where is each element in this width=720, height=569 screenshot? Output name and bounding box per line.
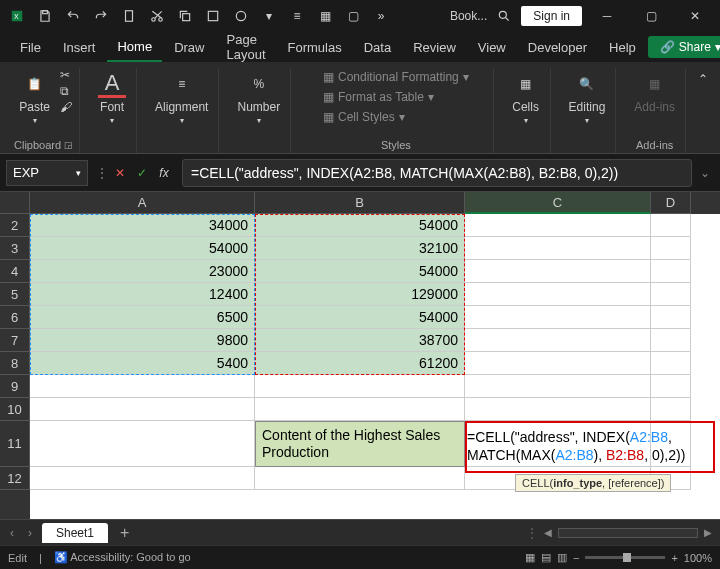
cell[interactable] [30,398,255,421]
cell[interactable] [651,352,691,375]
cell[interactable] [651,375,691,398]
view-layout-icon[interactable]: ▤ [541,551,551,564]
zoom-out-icon[interactable]: − [573,552,579,564]
cell[interactable] [651,237,691,260]
sheet-prev-icon[interactable]: ‹ [6,526,18,540]
cell[interactable] [651,214,691,237]
tab-draw[interactable]: Draw [164,34,214,61]
copy-icon[interactable]: ⧉ [60,84,72,98]
tab-insert[interactable]: Insert [53,34,106,61]
column-header[interactable]: B [255,192,465,214]
cancel-formula-icon[interactable]: ✕ [110,163,130,183]
qat-icon4[interactable]: ▦ [314,5,336,27]
format-as-table-button[interactable]: ▦Format as Table▾ [319,88,473,106]
tab-view[interactable]: View [468,34,516,61]
sheet-next-icon[interactable]: › [24,526,36,540]
cell[interactable] [651,329,691,352]
qat-dropdown-icon[interactable]: ▾ [258,5,280,27]
sheet-tab[interactable]: Sheet1 [42,523,108,543]
row-header[interactable]: 12 [0,467,30,490]
cell-editing[interactable] [465,421,651,467]
alignment-button[interactable]: ≡Alignment▾ [151,68,212,127]
tab-review[interactable]: Review [403,34,466,61]
row-header[interactable]: 6 [0,306,30,329]
undo-icon[interactable] [62,5,84,27]
cell[interactable] [651,306,691,329]
select-all-corner[interactable] [0,192,30,214]
redo-icon[interactable] [90,5,112,27]
dialog-launcher-icon[interactable]: ◲ [64,140,73,150]
expand-formula-bar-icon[interactable]: ⌄ [696,166,714,180]
zoom-level[interactable]: 100% [684,552,712,564]
close-icon[interactable]: ✕ [676,2,714,30]
cell[interactable] [651,260,691,283]
enter-formula-icon[interactable]: ✓ [132,163,152,183]
cell[interactable] [465,306,651,329]
number-button[interactable]: %Number▾ [233,68,284,127]
new-icon[interactable] [118,5,140,27]
cell[interactable] [651,398,691,421]
cell[interactable]: 54000 [255,306,465,329]
search-icon[interactable] [493,5,515,27]
cell[interactable] [465,329,651,352]
tab-help[interactable]: Help [599,34,646,61]
cell[interactable]: 61200 [255,352,465,375]
qat-icon5[interactable]: ▢ [342,5,364,27]
add-sheet-icon[interactable]: + [114,524,135,542]
font-button[interactable]: AFont▾ [94,68,130,127]
save-icon[interactable] [34,5,56,27]
row-header[interactable]: 9 [0,375,30,398]
zoom-in-icon[interactable]: + [671,552,677,564]
column-header[interactable]: D [651,192,691,214]
row-header[interactable]: 2 [0,214,30,237]
zoom-slider[interactable] [585,556,665,559]
copy-icon[interactable] [174,5,196,27]
cells-button[interactable]: ▦Cells▾ [508,68,544,127]
cell-styles-button[interactable]: ▦Cell Styles▾ [319,108,473,126]
column-header[interactable]: A [30,192,255,214]
addins-button[interactable]: ▦Add-ins [630,68,679,116]
cell[interactable] [465,283,651,306]
row-header[interactable]: 3 [0,237,30,260]
row-header[interactable]: 11 [0,421,30,467]
qat-icon2[interactable] [230,5,252,27]
row-header[interactable]: 10 [0,398,30,421]
signin-button[interactable]: Sign in [521,6,582,26]
cell[interactable]: 38700 [255,329,465,352]
tab-developer[interactable]: Developer [518,34,597,61]
tab-file[interactable]: File [10,34,51,61]
row-header[interactable]: 5 [0,283,30,306]
conditional-formatting-button[interactable]: ▦Conditional Formatting▾ [319,68,473,86]
horizontal-scrollbar[interactable] [558,528,698,538]
row-header[interactable]: 4 [0,260,30,283]
cell[interactable]: 129000 [255,283,465,306]
cell[interactable] [465,352,651,375]
cell[interactable] [465,237,651,260]
cell[interactable] [255,398,465,421]
cut-icon[interactable]: ✂ [60,68,72,82]
cell[interactable] [30,375,255,398]
row-header[interactable]: 8 [0,352,30,375]
view-normal-icon[interactable]: ▦ [525,551,535,564]
column-header[interactable]: C [465,192,651,214]
scroll-right-icon[interactable]: ▶ [702,525,714,540]
tab-home[interactable]: Home [107,33,162,62]
cell[interactable] [465,214,651,237]
minimize-icon[interactable]: ─ [588,2,626,30]
cell[interactable] [255,467,465,490]
cell-label[interactable]: Content of the Highest Sales Production [255,421,465,467]
cell[interactable] [465,260,651,283]
accessibility-status[interactable]: ♿ Accessibility: Good to go [54,551,191,564]
qat-icon3[interactable]: ≡ [286,5,308,27]
row-header[interactable]: 7 [0,329,30,352]
cut-icon[interactable] [146,5,168,27]
cell[interactable] [465,375,651,398]
chevron-down-icon[interactable]: ▾ [76,168,81,178]
qat-icon[interactable] [202,5,224,27]
cell[interactable] [30,421,255,467]
cell[interactable]: 5400 [30,352,255,375]
qat-more-icon[interactable]: » [370,5,392,27]
function-tooltip[interactable]: CELL(info_type, [reference]) [515,474,671,492]
paste-button[interactable]: 📋 Paste ▾ [15,68,54,127]
cell[interactable]: 54000 [255,214,465,237]
